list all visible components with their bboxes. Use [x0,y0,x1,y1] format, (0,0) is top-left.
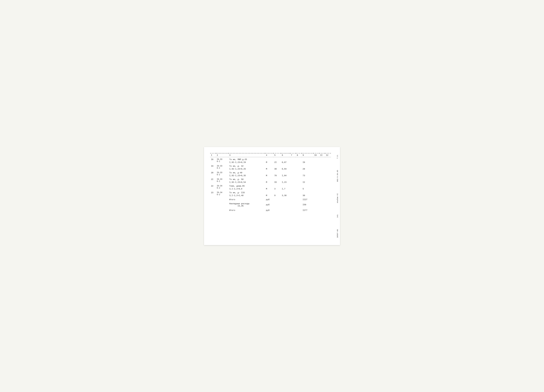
main-table: I 2 3 4 5 6 7 8 9 IO II I2 I8 I6-33 6-I … [210,153,331,216]
row-22-code: I6-34 6-2 [216,184,229,190]
row-18-col5: 2I [273,161,281,164]
spacer [210,212,331,216]
row-20-col8 [296,174,302,177]
накладные-row: Накладные расходы I3,3% руб I50 [210,201,331,208]
итого2-col10 [313,208,319,212]
row-23-code: I6-34 6-2 [216,190,229,197]
итого2-col1 [210,208,216,212]
row-18-id: I8 [210,157,216,164]
итого2-col8 [296,208,302,212]
row-22-col11 [319,187,325,190]
итого1-col1 [210,197,216,201]
row-21-col6: I,23 [281,181,290,184]
итого1-col11 [319,197,325,201]
table-row: 22 I6-34 6-2 Тоже, диам.65 [210,184,331,187]
row-22-empty [265,184,331,187]
накладные-col10 [313,201,319,208]
label-album: Альбом VI [337,193,338,203]
row-23-col11 [319,194,325,197]
row-18-col12 [325,161,331,164]
page: Т.П. 802-5-39.85 Альбом VI 141 20597-06 … [204,147,340,245]
row-18-desc1: То же, ПВП д-25 [228,157,265,161]
row-18-col6: 0,87 [281,161,290,164]
row-22-desc2: 3,I-2,2+0,8 [228,187,265,190]
row-21-col8 [296,181,302,184]
bottom-spacer [210,212,331,216]
row-19-empty [265,164,331,167]
row-18-col6-empty [281,157,290,161]
row-21-col7 [290,181,296,184]
row-22-col4: М [265,187,273,190]
row-20-col6: I,04 [281,174,290,177]
row-19-col5: 30 [273,167,281,170]
row-22-desc1: Тоже, диам.65 [228,184,265,187]
row-22-col8 [296,187,302,190]
row-22-col12 [325,187,331,190]
table-row: 2I I6-33 6-I То же, д- 50 [210,177,331,181]
row-20-empty [265,170,331,174]
header-col-6: 6 [281,154,290,157]
итого-row-2: Итого руб I277 [210,208,331,212]
итого1-col7 [290,197,296,201]
row-23-empty [265,190,331,194]
row-19-col12 [325,167,331,170]
итого1-col10 [313,197,319,201]
row-18-code: I6-33 6-I [216,157,229,164]
row-21-col9: I2 [302,181,313,184]
header-col-8: 8 [296,154,302,157]
итого1-col4: руб [265,197,273,201]
row-23-col4: М [265,194,273,197]
header-col-12: I2 [325,154,331,157]
итого2-col11 [319,208,325,212]
накладные-col11 [319,201,325,208]
row-18-col11-empty [319,157,325,161]
row-20-col5: 70 [273,174,281,177]
header-col-4: 4 [265,154,273,157]
row-20-desc2: I,92-I,23+0,35 [228,174,265,177]
table-row: I8 I6-33 6-I То же, ПВП д-25 [210,157,331,161]
row-19-col6: 0,94 [281,167,290,170]
header-col-2: 2 [216,154,229,157]
итого2-col5 [273,208,281,212]
накладные-col1 [210,201,216,208]
label-141: 141 [337,214,338,218]
итого1-label: Итого [228,197,265,201]
header-col-3: 3 [228,154,265,157]
накладные-col7 [290,201,296,208]
row-20-col7 [290,174,296,177]
row-18-col7 [290,161,296,164]
row-18-col9: I8 [302,161,313,164]
row-21-col12 [325,181,331,184]
итого1-col6 [281,197,290,201]
header-col-1: I [210,154,216,157]
table-row: I9 I6-33 6-I То же, д- 32 [210,164,331,167]
row-21-col4: М [265,181,273,184]
row-21-code: I6-33 6-I [216,177,229,184]
row-19-code: I6-33 6-I [216,164,229,170]
row-19-col7 [290,167,296,170]
header-row: I 2 3 4 5 6 7 8 9 IO II I2 [210,154,331,157]
row-20-col10 [313,174,319,177]
row-23-desc2: 3,I-2,2+2,48 [228,194,265,197]
row-18-col8 [296,161,302,164]
row-21-desc2: I,92-I,23+0,54 [228,181,265,184]
row-21-id: 2I [210,177,216,184]
row-20-id: 20 [210,170,216,177]
row-22-col5: 3 [273,187,281,190]
label-tp: Т.П. [337,154,338,159]
row-19-col10 [313,167,319,170]
row-22-id: 22 [210,184,216,190]
итого2-col4: руб [265,208,273,212]
row-21-desc1: То же, д- 50 [228,177,265,181]
row-23-desc1: То же, д- IIO [228,190,265,194]
header-col-11: II [319,154,325,157]
row-23-id: 23 [210,190,216,197]
row-18-col4: М [265,161,273,164]
накладные-col5 [273,201,281,208]
row-18-col10 [313,161,319,164]
row-18-col10-empty [313,157,319,161]
row-19-col9: 28 [302,167,313,170]
row-20-col4: М [265,174,273,177]
row-21-col5: IO [273,181,281,184]
row-22-col7 [290,187,296,190]
